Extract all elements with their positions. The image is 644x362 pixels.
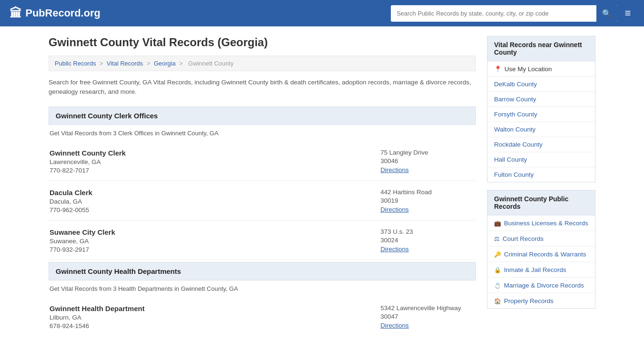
business-licenses-label: Business Licenses & Records (504, 220, 588, 227)
breadcrumb: Public Records > Vital Records > Georgia… (49, 56, 476, 71)
sidebar-public-records-section: Gwinnett County Public Records Business … (487, 190, 595, 309)
content-area: Gwinnett County Vital Records (Georgia) … (49, 36, 476, 338)
sidebar-public-records-header: Gwinnett County Public Records (487, 190, 595, 215)
lock-icon (494, 266, 501, 273)
breadcrumb-gwinnett: Gwinnett County (188, 60, 233, 67)
sidebar-item-property-records[interactable]: Property Records (487, 293, 595, 308)
breadcrumb-vital-records[interactable]: Vital Records (107, 60, 143, 67)
health-dept-subtext: Get Vital Records from 3 Health Departme… (49, 285, 476, 292)
office-name: Gwinnett County Clerk (50, 149, 126, 157)
main-container: Gwinnett County Vital Records (Georgia) … (39, 26, 605, 338)
office-phone: 770-822-7017 (50, 167, 126, 174)
location-icon (494, 65, 502, 73)
breadcrumb-sep-2: > (147, 60, 152, 67)
menu-button[interactable]: ≡ (621, 6, 635, 20)
office-city: Lawrenceville, GA (50, 158, 126, 165)
use-my-location-label: Use My Location (504, 66, 552, 73)
office-name: Dacula Clerk (50, 189, 92, 197)
office-name: Suwanee City Clerk (50, 228, 115, 236)
ring-icon (494, 281, 501, 289)
office-right: 75 Langley Drive 30046 Directions (380, 149, 475, 174)
criminal-records-label: Criminal Records & Warrants (504, 251, 586, 258)
logo-icon: 🏛 (9, 6, 22, 21)
sidebar-item-barrow[interactable]: Barrow County (487, 92, 595, 107)
sidebar: Vital Records near Gwinnett County Use M… (487, 36, 595, 338)
briefcase-icon (494, 219, 501, 227)
directions-link[interactable]: Directions (380, 206, 409, 213)
sidebar-item-fulton[interactable]: Fulton County (487, 167, 595, 182)
office-name: Gwinnett Health Department (50, 304, 145, 313)
office-address: 373 U.s. 23 (380, 228, 475, 235)
sidebar-item-dekalb[interactable]: DeKalb County (487, 77, 595, 92)
health-dept-header: Gwinnett County Health Departments (49, 262, 476, 280)
office-phone: 678-924-1546 (50, 322, 145, 329)
scale-icon (494, 235, 500, 242)
office-entry: Gwinnett Health Department Lilburn, GA 6… (49, 299, 476, 336)
office-zip: 30019 (380, 197, 475, 204)
sidebar-item-forsyth[interactable]: Forsyth County (487, 107, 595, 122)
sidebar-item-court-records[interactable]: Court Records (487, 231, 595, 247)
office-entry: Gwinnett County Clerk Lawrenceville, GA … (49, 143, 476, 181)
office-left: Dacula Clerk Dacula, GA 770-962-0055 (50, 189, 92, 214)
office-city: Lilburn, GA (50, 314, 145, 321)
office-address: 5342 Lawrenceville Highway (380, 304, 475, 312)
office-entry: Dacula Clerk Dacula, GA 770-962-0055 442… (49, 183, 476, 221)
office-city: Suwanee, GA (50, 238, 115, 245)
office-right: 5342 Lawrenceville Highway 30047 Directi… (380, 304, 475, 329)
inmate-records-label: Inmate & Jail Records (504, 266, 566, 273)
property-icon (494, 297, 501, 304)
sidebar-item-criminal-records[interactable]: Criminal Records & Warrants (487, 247, 595, 262)
key-icon (494, 250, 501, 258)
sidebar-item-walton[interactable]: Walton County (487, 122, 595, 137)
marriage-records-label: Marriage & Divorce Records (504, 282, 584, 289)
office-zip: 30047 (380, 313, 475, 320)
sidebar-item-rockdale[interactable]: Rockdale County (487, 137, 595, 152)
directions-link[interactable]: Directions (380, 246, 409, 253)
office-zip: 30024 (380, 237, 475, 244)
office-left: Gwinnett County Clerk Lawrenceville, GA … (50, 149, 126, 174)
office-right: 442 Harbins Road 30019 Directions (380, 189, 475, 214)
sidebar-vital-records-section: Vital Records near Gwinnett County Use M… (487, 36, 595, 182)
sidebar-item-business-licenses[interactable]: Business Licenses & Records (487, 215, 595, 231)
office-left: Gwinnett Health Department Lilburn, GA 6… (50, 304, 145, 329)
search-bar: 🔍 (391, 5, 617, 22)
office-address: 75 Langley Drive (380, 149, 475, 156)
logo-text: PubRecord.org (25, 7, 100, 19)
office-phone: 770-962-0055 (50, 206, 92, 214)
office-address: 442 Harbins Road (380, 189, 475, 196)
office-phone: 770-932-2917 (50, 246, 115, 253)
page-description: Search for free Gwinnett County, GA Vita… (49, 78, 476, 97)
sidebar-vital-records-header: Vital Records near Gwinnett County (487, 36, 595, 61)
site-logo[interactable]: 🏛 PubRecord.org (9, 6, 100, 21)
search-button[interactable]: 🔍 (596, 5, 617, 22)
court-records-label: Court Records (503, 235, 544, 242)
property-records-label: Property Records (504, 297, 553, 304)
sidebar-vital-records-list: Use My Location DeKalb County Barrow Cou… (487, 61, 595, 182)
site-header: 🏛 PubRecord.org 🔍 ≡ (0, 0, 644, 26)
directions-link[interactable]: Directions (380, 166, 409, 173)
directions-link[interactable]: Directions (380, 322, 409, 329)
office-right: 373 U.s. 23 30024 Directions (380, 228, 475, 253)
search-input[interactable] (391, 6, 596, 21)
office-left: Suwanee City Clerk Suwanee, GA 770-932-2… (50, 228, 115, 253)
office-zip: 30046 (380, 157, 475, 165)
breadcrumb-sep-1: > (99, 60, 105, 67)
sidebar-item-marriage-records[interactable]: Marriage & Divorce Records (487, 278, 595, 293)
office-entry: Suwanee City Clerk Suwanee, GA 770-932-2… (49, 222, 476, 260)
page-title: Gwinnett County Vital Records (Georgia) (49, 36, 476, 49)
sidebar-public-records-list: Business Licenses & Records Court Record… (487, 215, 595, 309)
sidebar-item-use-location[interactable]: Use My Location (487, 61, 595, 77)
header-right: 🔍 ≡ (391, 5, 635, 22)
breadcrumb-sep-3: > (179, 60, 184, 67)
clerk-offices-subtext: Get Vital Records from 3 Clerk Offices i… (49, 130, 476, 137)
breadcrumb-public-records[interactable]: Public Records (55, 60, 96, 67)
office-city: Dacula, GA (50, 198, 92, 205)
sidebar-item-hall[interactable]: Hall County (487, 152, 595, 167)
sidebar-item-inmate-records[interactable]: Inmate & Jail Records (487, 262, 595, 278)
breadcrumb-georgia[interactable]: Georgia (154, 60, 175, 67)
clerk-offices-header: Gwinnett County Clerk Offices (49, 107, 476, 125)
